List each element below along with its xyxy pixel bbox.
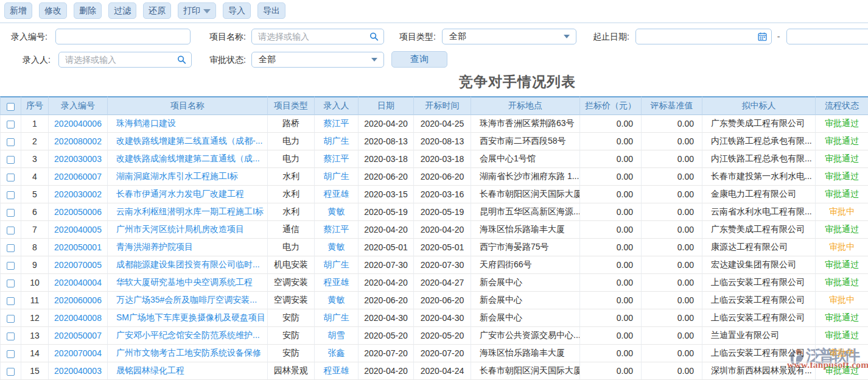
table-row: 12 2020040008 SM广场地下车库更换摄像机及硬盘项目 安防 胡广生 … [0, 309, 868, 327]
entry-no-link[interactable]: 2020060007 [49, 168, 108, 186]
entry-no-link[interactable]: 2020040003 [49, 362, 108, 380]
row-checkbox[interactable] [7, 121, 15, 128]
project-name-link[interactable]: 华软大厦研究基地中央空调系统工程 [108, 274, 268, 292]
modify-button[interactable]: 修改 [39, 2, 67, 19]
entry-no-link[interactable]: 2020040004 [49, 274, 108, 292]
row-checkbox[interactable] [7, 297, 15, 305]
date-from-input[interactable] [635, 29, 772, 44]
entered-by-link[interactable]: 程亚雄 [315, 274, 359, 292]
row-checkbox[interactable] [7, 368, 15, 376]
table-row: 3 2020030003 改建铁路成渝线增建第二直通线（成... 电力 蔡江平 … [0, 150, 868, 168]
entry-no-link[interactable]: 2020040005 [49, 221, 108, 239]
entered-by-link[interactable]: 胡广生 [315, 133, 359, 150]
table-row: 10 2020040004 华软大厦研究基地中央空调系统工程 空调安装 程亚雄 … [0, 274, 868, 292]
entered-by-link[interactable]: 胡雪 [315, 327, 359, 345]
entered-by-input[interactable] [58, 52, 192, 68]
entered-by-link[interactable]: 蔡江平 [315, 221, 359, 239]
project-name-link[interactable]: 青海洪湖养护院项目 [108, 239, 268, 256]
project-name-link[interactable]: 晟铭园林绿化工程 [108, 362, 268, 380]
entered-by-link[interactable]: 黄敏 [315, 239, 359, 256]
winner-cell: 广东赞美成工程有限公司 [702, 221, 816, 239]
row-checkbox[interactable] [7, 227, 15, 234]
open-time-cell: 2020-04-27 [414, 274, 471, 292]
entered-by-link[interactable]: 蔡江平 [315, 115, 359, 133]
date-to-input[interactable] [786, 29, 868, 44]
row-checkbox[interactable] [7, 262, 15, 270]
header-status: 流程状态 [816, 96, 868, 115]
entered-by-link[interactable]: 蔡江平 [315, 150, 359, 168]
row-checkbox[interactable] [7, 174, 15, 181]
project-name-link[interactable]: 珠海鹤港口建设 [108, 115, 268, 133]
row-checkbox[interactable] [7, 156, 15, 164]
entry-no-link[interactable]: 2020080002 [49, 133, 108, 150]
entered-by-link[interactable]: 胡广生 [315, 256, 359, 274]
entered-by-link[interactable]: 胡广生 [315, 309, 359, 327]
project-name-link[interactable]: 湖南洞庭湖水库引水工程施工I标 [108, 168, 268, 186]
approval-status-select[interactable]: 全部 [251, 52, 384, 68]
entry-no-link[interactable]: 2020050007 [49, 327, 108, 345]
delete-button[interactable]: 删除 [74, 2, 102, 19]
entry-no-input[interactable] [55, 29, 191, 44]
date-cell: 2020-07-30 [359, 256, 414, 274]
project-name-link[interactable]: 改建铁路成渝线增建第二直通线（成... [108, 150, 268, 168]
project-type-select[interactable]: 全部 [442, 29, 576, 44]
entry-no-link[interactable]: 2020030002 [49, 186, 108, 203]
row-checkbox[interactable] [7, 280, 15, 287]
open-place-cell: 海珠区怡乐路瑜丰大厦 [471, 221, 580, 239]
table-row: 7 2020040005 广州市天河区统计局机房改造项目 通信 蔡江平 2020… [0, 221, 868, 239]
project-name-link[interactable]: 成都能源建设集团投资有限公司临时... [108, 256, 268, 274]
open-time-cell: 2020-03-16 [414, 186, 471, 203]
row-checkbox[interactable] [7, 209, 15, 217]
entry-no-link[interactable]: 2020050001 [49, 239, 108, 256]
project-type-cell: 电力 [268, 150, 315, 168]
project-name-link[interactable]: 万达广场35#会所及咖啡厅空调安装... [108, 292, 268, 309]
project-name-link[interactable]: 广州市文物考古工地安防系统设备保修 [108, 345, 268, 362]
seq-cell: 7 [21, 221, 49, 239]
project-name-link[interactable]: 云南水利枢纽潜明水库一期工程施工I标 [108, 203, 268, 221]
header-seq: 序号 [21, 96, 49, 115]
row-checkbox[interactable] [7, 244, 15, 252]
project-type-cell: 路桥 [268, 115, 315, 133]
add-button[interactable]: 新增 [4, 2, 32, 19]
entry-no-link[interactable]: 2020070005 [49, 256, 108, 274]
project-name-link[interactable]: 长春市伊通河水力发电厂改建工程 [108, 186, 268, 203]
entered-by-link[interactable]: 程亚雄 [315, 186, 359, 203]
search-button[interactable]: 查询 [391, 51, 447, 68]
project-name-link[interactable]: 改建铁路线增建第二线直通线（成都-... [108, 133, 268, 150]
entry-no-link[interactable]: 2020040008 [49, 309, 108, 327]
row-checkbox[interactable] [7, 191, 15, 199]
entry-no-link[interactable]: 2020040006 [49, 115, 108, 133]
entered-by-link[interactable]: 程亚雄 [315, 362, 359, 380]
row-checkbox[interactable] [7, 138, 15, 146]
entered-by-link[interactable]: 黄敏 [315, 292, 359, 309]
status-cell: 审批通过 [816, 186, 868, 203]
entry-no-link[interactable]: 2020050006 [49, 203, 108, 221]
status-cell: 审批中 [816, 239, 868, 256]
cap-price-cell: 0.00 [580, 150, 642, 168]
header-entered-by: 录入人 [315, 96, 359, 115]
entry-no-link[interactable]: 2020070004 [49, 345, 108, 362]
project-name-link[interactable]: SM广场地下车库更换摄像机及硬盘项目 [108, 309, 268, 327]
entry-no-link[interactable]: 2020030003 [49, 150, 108, 168]
calendar-icon[interactable] [758, 32, 767, 41]
entered-by-link[interactable]: 黄敏 [315, 203, 359, 221]
restore-button[interactable]: 还原 [143, 2, 171, 19]
entered-by-link[interactable]: 胡广生 [315, 168, 359, 186]
print-button[interactable]: 打印 [178, 2, 216, 19]
row-checkbox[interactable] [7, 332, 15, 340]
import-button[interactable]: 导入 [223, 2, 251, 19]
select-all-checkbox[interactable] [7, 103, 15, 111]
project-name-link[interactable]: 广安邓小平纪念馆安全防范系统维护... [108, 327, 268, 345]
project-name-link[interactable]: 广州市天河区统计局机房改造项目 [108, 221, 268, 239]
status-cell: 审批通过 [816, 133, 868, 150]
open-place-cell: 广安市公共资源交易中心... [471, 327, 580, 345]
entry-no-link[interactable]: 2020060006 [49, 292, 108, 309]
project-name-input[interactable] [251, 29, 384, 44]
entered-by-link[interactable]: 张鑫 [315, 345, 359, 362]
export-button[interactable]: 导出 [257, 2, 285, 19]
row-checkbox[interactable] [7, 350, 15, 358]
row-checkbox[interactable] [7, 315, 15, 323]
print-dropdown-caret-icon [203, 9, 211, 13]
table-header-row: 序号 录入编号 项目名称 项目类型 录入人 日期 开标时间 开标地点 拦标价（元… [0, 96, 868, 115]
filter-button[interactable]: 过滤 [108, 2, 136, 19]
